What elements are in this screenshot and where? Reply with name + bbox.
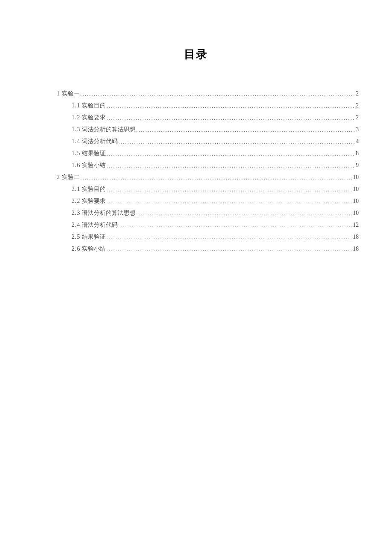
toc-entry-number: 1.5 bbox=[72, 150, 81, 156]
toc-entry[interactable]: 1.1 实验目的2 bbox=[57, 103, 359, 109]
toc-entry[interactable]: 1.5 结果验证8 bbox=[57, 150, 359, 156]
toc-entry[interactable]: 1.2 实验要求2 bbox=[57, 115, 359, 121]
toc-entry-page: 2 bbox=[356, 115, 359, 121]
toc-entry-text: 实验目的 bbox=[81, 186, 106, 192]
toc-entry-number: 1 bbox=[57, 90, 60, 97]
toc-dots-leader bbox=[136, 211, 352, 216]
toc-entry-number: 2.2 bbox=[72, 198, 81, 204]
toc-entry-text: 结果验证 bbox=[81, 150, 106, 156]
toc-entry[interactable]: 1.3 词法分析的算法思想3 bbox=[57, 127, 359, 133]
toc-entry-number: 2.4 bbox=[72, 222, 81, 228]
toc-entry-text: 实验小结 bbox=[81, 246, 106, 252]
toc-dots-leader bbox=[107, 115, 355, 121]
toc-entry[interactable]: 1.6 实验小结9 bbox=[57, 162, 359, 168]
toc-dots-leader bbox=[118, 223, 352, 228]
toc-entry-number: 1.1 bbox=[72, 102, 81, 109]
toc-entry-page: 9 bbox=[356, 162, 359, 168]
toc-entry-number: 2.5 bbox=[72, 234, 81, 240]
toc-entry-number: 1.4 bbox=[72, 138, 81, 145]
toc-entry-text: 词法分析代码 bbox=[81, 138, 118, 145]
toc-entry-label: 1.2 实验要求 bbox=[72, 115, 106, 121]
toc-entry[interactable]: 1 实验一2 bbox=[57, 91, 359, 97]
toc-entry-label: 1.6 实验小结 bbox=[72, 162, 106, 168]
toc-entry-number: 1.6 bbox=[72, 162, 81, 168]
toc-entry-label: 1.1 实验目的 bbox=[72, 103, 106, 109]
toc-entry-text: 实验小结 bbox=[81, 162, 106, 168]
toc-dots-leader bbox=[81, 91, 355, 97]
toc-entry[interactable]: 2.3 语法分析的算法思想10 bbox=[57, 210, 359, 216]
toc-entry-label: 2 实验二 bbox=[57, 174, 80, 180]
toc-entry[interactable]: 2.2 实验要求10 bbox=[57, 198, 359, 204]
toc-entry-label: 2.1 实验目的 bbox=[72, 186, 106, 192]
toc-entry-text: 实验二 bbox=[60, 174, 80, 180]
toc-entry-number: 1.3 bbox=[72, 126, 81, 133]
toc-entry-label: 2.4 语法分析代码 bbox=[72, 222, 118, 228]
toc-entry-page: 10 bbox=[353, 186, 359, 192]
toc-dots-leader bbox=[107, 163, 355, 168]
toc-entry-number: 2 bbox=[57, 174, 60, 180]
document-page: 目录 1 实验一21.1 实验目的21.2 实验要求21.3 词法分析的算法思想… bbox=[0, 0, 392, 252]
toc-entry-page: 10 bbox=[353, 198, 359, 204]
toc-entry-label: 1 实验一 bbox=[57, 91, 80, 97]
toc-entry-text: 实验一 bbox=[60, 90, 80, 97]
toc-entry-label: 1.3 词法分析的算法思想 bbox=[72, 127, 135, 133]
toc-entry-text: 结果验证 bbox=[81, 234, 106, 240]
toc-entry-page: 4 bbox=[356, 139, 359, 145]
toc-entry-label: 1.5 结果验证 bbox=[72, 150, 106, 156]
toc-entry[interactable]: 2.4 语法分析代码12 bbox=[57, 222, 359, 228]
toc-entry-label: 2.3 语法分析的算法思想 bbox=[72, 210, 135, 216]
toc-entry-label: 2.6 实验小结 bbox=[72, 246, 106, 252]
toc-entry-text: 语法分析代码 bbox=[81, 222, 118, 228]
toc-entry-text: 语法分析的算法思想 bbox=[81, 210, 136, 216]
toc-dots-leader bbox=[107, 234, 352, 240]
toc-entry-page: 2 bbox=[356, 91, 359, 97]
toc-entry-page: 8 bbox=[356, 150, 359, 156]
toc-entry-label: 1.4 词法分析代码 bbox=[72, 139, 118, 145]
toc-entry[interactable]: 2 实验二10 bbox=[57, 174, 359, 180]
toc-entry-page: 18 bbox=[353, 246, 359, 252]
toc-entry-number: 1.2 bbox=[72, 114, 81, 121]
toc-entry-page: 12 bbox=[353, 222, 359, 228]
toc-entry-number: 2.1 bbox=[72, 186, 81, 192]
toc-entry-page: 10 bbox=[353, 210, 359, 216]
toc-list: 1 实验一21.1 实验目的21.2 实验要求21.3 词法分析的算法思想31.… bbox=[33, 91, 359, 252]
toc-title: 目录 bbox=[33, 47, 359, 62]
toc-entry[interactable]: 2.1 实验目的10 bbox=[57, 186, 359, 192]
toc-entry-label: 2.5 结果验证 bbox=[72, 234, 106, 240]
toc-dots-leader bbox=[81, 175, 352, 180]
toc-entry-text: 实验目的 bbox=[81, 102, 106, 109]
toc-dots-leader bbox=[136, 127, 355, 133]
toc-entry-page: 18 bbox=[353, 234, 359, 240]
toc-entry-label: 2.2 实验要求 bbox=[72, 198, 106, 204]
toc-dots-leader bbox=[107, 103, 355, 109]
toc-dots-leader bbox=[107, 246, 352, 252]
toc-entry-page: 3 bbox=[356, 127, 359, 133]
toc-dots-leader bbox=[107, 187, 352, 192]
toc-entry[interactable]: 1.4 词法分析代码4 bbox=[57, 139, 359, 145]
toc-dots-leader bbox=[118, 139, 355, 145]
toc-entry-text: 实验要求 bbox=[81, 114, 106, 121]
toc-entry-number: 2.6 bbox=[72, 246, 81, 252]
toc-entry-number: 2.3 bbox=[72, 210, 81, 216]
toc-entry[interactable]: 2.5 结果验证18 bbox=[57, 234, 359, 240]
toc-dots-leader bbox=[107, 151, 355, 156]
toc-entry-page: 10 bbox=[353, 174, 359, 180]
toc-dots-leader bbox=[107, 199, 352, 204]
toc-entry-text: 实验要求 bbox=[81, 198, 106, 204]
toc-entry-page: 2 bbox=[356, 103, 359, 109]
toc-entry-text: 词法分析的算法思想 bbox=[81, 126, 136, 133]
toc-entry[interactable]: 2.6 实验小结18 bbox=[57, 246, 359, 252]
